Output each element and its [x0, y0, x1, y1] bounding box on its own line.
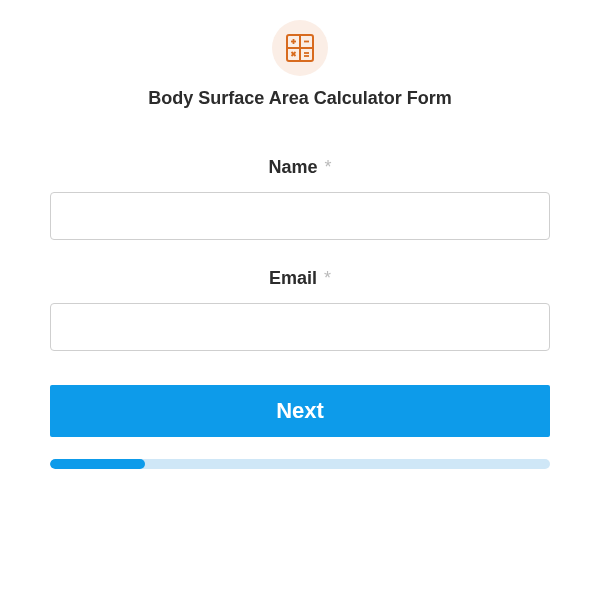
email-label-text: Email [269, 268, 317, 288]
calculator-icon [285, 33, 315, 63]
form-title: Body Surface Area Calculator Form [50, 88, 550, 109]
progress-bar [50, 459, 550, 469]
email-label: Email * [50, 268, 550, 289]
email-required-marker: * [324, 268, 331, 288]
name-label-text: Name [268, 157, 317, 177]
name-label: Name * [50, 157, 550, 178]
email-input[interactable] [50, 303, 550, 351]
next-button[interactable]: Next [50, 385, 550, 437]
progress-fill [50, 459, 145, 469]
name-required-marker: * [325, 157, 332, 177]
name-input[interactable] [50, 192, 550, 240]
form-icon-container [272, 20, 328, 76]
